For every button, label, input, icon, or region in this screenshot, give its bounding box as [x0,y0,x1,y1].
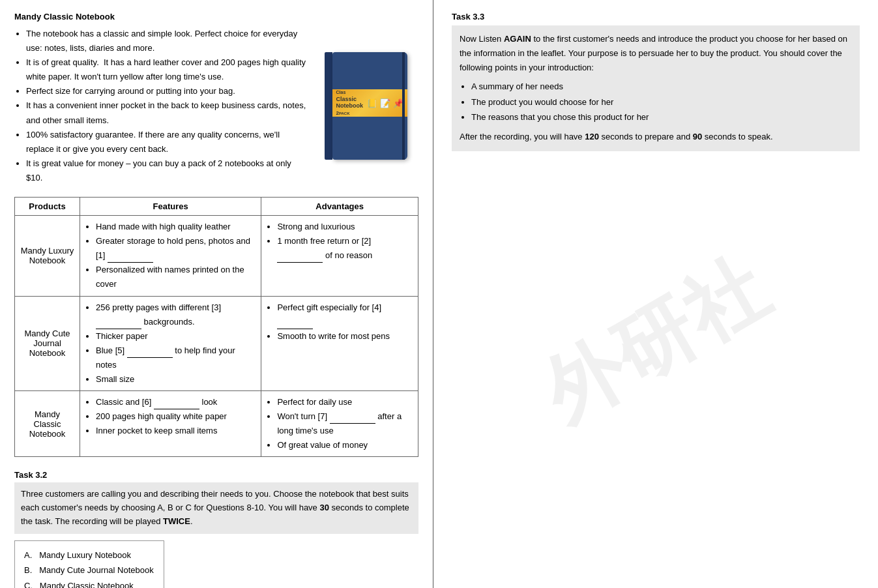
adv-classic-3: Of great value of money [277,438,413,452]
task-32-description: Three customers are calling you and desc… [14,482,418,533]
task-33-title: Task 3.3 [452,12,860,22]
task-33-description: Now Listen AGAIN to the first customer's… [460,32,852,75]
table-row-classic: Mandy Classic Notebook Classic and [6] l… [15,391,418,457]
right-panel: 外研社 Task 3.3 Now Listen AGAIN to the fir… [433,0,878,588]
twice-bold: TWICE [163,516,190,526]
bullet-1: The notebook has a classic and simple lo… [26,27,308,55]
option-a: A. Mandy Luxury Notebook [24,548,154,563]
col-header-products: Products [15,198,80,216]
band-icons: 📒 📝 📌 [367,98,403,108]
adv-luxury-2: 1 month free return or [2] of no reason [277,234,413,263]
feature-cute-3: Blue [5] to help find your notes [96,344,256,372]
product-intro: The notebook has a classic and simple lo… [14,27,418,185]
feature-classic-1: Classic and [6] look [96,395,256,409]
option-a-letter: A. [24,550,39,560]
band-icon-1: 📒 [367,98,377,108]
product-image: Clas Classic Notebook 2PACK 📒 📝 📌 [317,27,418,185]
option-b: B. Mandy Cute Journal Notebook [24,563,154,578]
bullet-reasons: The reasons that you chose this product … [471,110,852,125]
blank-2[interactable] [277,262,323,263]
product-description: The notebook has a classic and simple lo… [14,27,308,185]
page-container: Mandy Classic Notebook The notebook has … [0,0,878,588]
features-luxury: Hand made with high quality leather Grea… [80,216,261,296]
features-classic: Classic and [6] look 200 pages high qual… [80,391,261,457]
option-a-label: Mandy Luxury Notebook [39,550,131,560]
feature-cute-4: Small size [96,372,256,387]
product-title: Mandy Classic Notebook [14,12,418,22]
product-name-cute: Mandy Cute Journal Notebook [15,296,80,391]
option-c-label: Mandy Classic Notebook [40,581,134,588]
feature-classic-3: Inner pocket to keep small items [96,424,256,438]
feature-luxury-3: Personalized with names printed on the c… [96,263,256,291]
feature-cute-2: Thicker paper [96,329,256,344]
bullet-4: It has a convenient inner pocket in the … [26,98,308,127]
option-c-letter: C. [24,581,40,588]
adv-cute-2: Smooth to write for most pens [277,329,413,344]
table-row-cute: Mandy Cute Journal Notebook 256 pretty p… [15,296,418,391]
advantages-classic: Perfect for daily use Won't turn [7] aft… [261,391,418,457]
adv-classic-1: Perfect for daily use [277,395,413,409]
option-b-label: Mandy Cute Journal Notebook [39,565,154,575]
bullet-product: The product you would choose for her [471,95,852,110]
option-b-letter: B. [24,565,39,575]
right-content: Task 3.3 Now Listen AGAIN to the first c… [452,12,860,151]
feature-luxury-1: Hand made with high quality leather [96,220,256,234]
bullet-needs: A summary of her needs [471,79,852,94]
advantages-cute: Perfect gift especially for [4] Smooth t… [261,296,418,391]
feature-luxury-2: Greater storage to hold pens, photos and… [96,234,256,263]
notebook-illustration: Clas Classic Notebook 2PACK 📒 📝 📌 [323,49,414,163]
adv-classic-2: Won't turn [7] after a long time's use [277,409,413,438]
notebook-elastic [402,52,405,160]
band-icon-2: 📝 [380,98,390,108]
notebook-spine [325,52,332,160]
again-bold: AGAIN [504,34,531,44]
col-header-features: Features [80,198,261,216]
adv-cute-1: Perfect gift especially for [4] [277,301,413,329]
bullet-2: It is of great quality. It has a hard le… [26,55,308,84]
task-32-section: Task 3.2 Three customers are calling you… [14,470,418,588]
features-cute: 256 pretty pages with different [3] back… [80,296,261,391]
product-name-classic: Mandy Classic Notebook [15,391,80,457]
table-row-luxury: Mandy Luxury Notebook Hand made with hig… [15,216,418,296]
time-bold: 30 [319,503,329,512]
product-bullets-list: The notebook has a classic and simple lo… [26,27,308,185]
90-bold: 90 [693,132,702,141]
product-name-luxury: Mandy Luxury Notebook [15,216,80,296]
120-bold: 120 [585,132,599,141]
blank-7[interactable] [330,423,375,424]
bullet-3: Perfect size for carrying around or putt… [26,84,308,98]
col-header-advantages: Advantages [261,198,418,216]
task-33-box: Now Listen AGAIN to the first customer's… [452,25,860,151]
bullet-6: It is great value for money – you can bu… [26,156,308,185]
option-c: C. Mandy Classic Notebook [24,578,154,588]
adv-luxury-1: Strong and luxurious [277,220,413,234]
after-recording-text: After the recording, you will have 120 s… [460,130,852,144]
product-comparison-table: Products Features Advantages Mandy Luxur… [14,197,418,457]
options-box: A. Mandy Luxury Notebook B. Mandy Cute J… [14,540,164,588]
bullet-5: 100% satisfactory guarantee. If there ar… [26,128,308,156]
feature-classic-2: 200 pages high quality white paper [96,409,256,424]
watermark-text: 外研社 [531,246,780,435]
left-panel: Mandy Classic Notebook The notebook has … [0,0,433,588]
feature-cute-1: 256 pretty pages with different [3] back… [96,301,256,329]
task-32-title: Task 3.2 [14,470,418,480]
task-33-bullets: A summary of her needs The product you w… [471,79,852,125]
blank-5[interactable] [127,357,173,358]
notebook-band: Clas Classic Notebook 2PACK 📒 📝 📌 [332,89,407,117]
advantages-luxury: Strong and luxurious 1 month free return… [261,216,418,296]
